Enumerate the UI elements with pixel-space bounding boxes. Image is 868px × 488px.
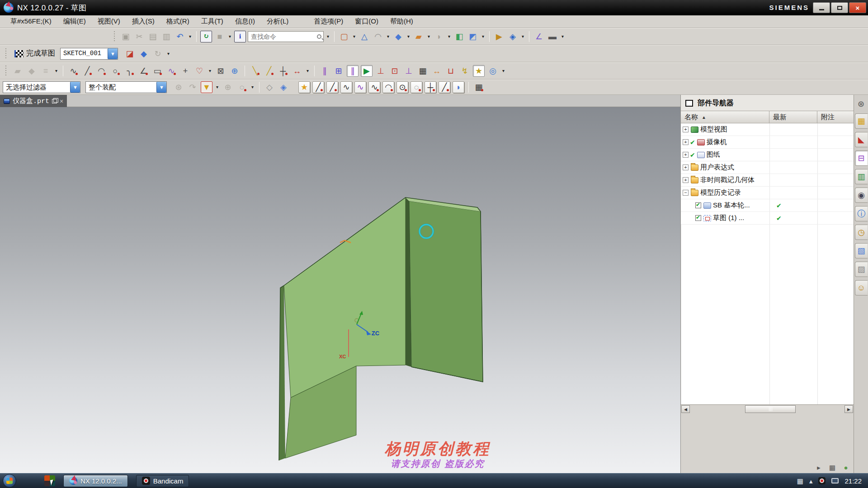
mid-point-icon[interactable]: ╱ <box>326 81 338 93</box>
sketch-name-combo[interactable]: SKETCH_001 ▼ <box>60 48 118 60</box>
select-style-dropdown[interactable]: ▾ <box>250 84 255 89</box>
tree-row[interactable]: +非时间戳记几何体 <box>681 174 854 187</box>
revolve-dropdown[interactable]: ▾ <box>447 34 452 39</box>
revolve-gray-icon[interactable]: ◆ <box>26 65 38 77</box>
pattern-curve-icon[interactable]: ⊔ <box>445 65 457 77</box>
highlight-dropdown[interactable]: ▾ <box>215 84 220 89</box>
soft-keyboard-icon[interactable]: ▦ <box>827 462 837 472</box>
rect-select-icon[interactable]: ◌ <box>236 81 248 93</box>
column-header-note[interactable]: 附注 <box>817 111 854 123</box>
save-icon[interactable]: ▣ <box>120 31 132 42</box>
finish-sketch-button[interactable]: 完成草图 <box>12 48 58 59</box>
assembly-navigator-icon[interactable]: ▦ <box>855 113 868 129</box>
restore-view-icon[interactable] <box>52 99 57 103</box>
selection-scope-dropdown[interactable]: ▼ <box>156 82 166 93</box>
block-dropdown[interactable]: ▾ <box>406 34 411 39</box>
make-corner-icon[interactable]: ┼ <box>277 65 289 77</box>
quadrant-point-icon[interactable]: ◠ <box>382 81 394 93</box>
tree-row[interactable]: SB 基本轮...✔ <box>681 199 854 212</box>
display-tray-icon[interactable] <box>831 478 839 483</box>
profile-icon[interactable]: ∿ <box>67 65 79 77</box>
constraints-dropdown[interactable]: ▾ <box>501 68 506 73</box>
fillet-icon[interactable]: ╮ <box>123 65 135 77</box>
enable-snap-icon[interactable]: ★ <box>298 81 310 93</box>
rotate-point-icon[interactable]: ⊕ <box>222 81 234 93</box>
close-part-icon[interactable]: × <box>60 98 63 104</box>
rotate-view-icon[interactable]: ↻ <box>152 48 164 60</box>
navigator-h-scrollbar[interactable]: ◀ ▶ <box>681 404 854 413</box>
spline-point-icon[interactable]: ∿ <box>368 81 380 93</box>
offset-curve-icon[interactable]: ♡ <box>193 65 205 77</box>
quick-extend-icon[interactable]: ╱ <box>263 65 275 77</box>
extrude-gray-icon[interactable]: ▰ <box>12 65 24 77</box>
tree-row[interactable]: +✔图纸 <box>681 149 854 161</box>
circle-icon[interactable]: ○ <box>109 65 121 77</box>
expand-toggle[interactable]: + <box>683 139 689 145</box>
gear-icon[interactable]: ⊛ <box>855 98 867 110</box>
undo-dropdown[interactable]: ▾ <box>188 34 193 39</box>
point-icon[interactable]: + <box>179 65 191 77</box>
menu-item[interactable]: 视图(V) <box>92 16 126 27</box>
dimension-dropdown[interactable]: ▾ <box>305 68 310 73</box>
boolean-dropdown[interactable]: ▾ <box>481 34 486 39</box>
selection-back-icon[interactable]: ↷ <box>187 81 198 93</box>
input-keyboard-icon[interactable]: ▦ <box>797 478 803 484</box>
feature-checkbox[interactable] <box>695 215 701 221</box>
process-studio-icon[interactable]: ▧ <box>855 243 868 258</box>
animate-dimension-icon[interactable]: ▦ <box>417 65 429 77</box>
feature-dropdown[interactable]: ▾ <box>54 68 59 73</box>
window-icon[interactable]: ▢ <box>338 31 350 42</box>
indicator-icon[interactable]: ● <box>841 462 851 472</box>
point-on-face-icon[interactable]: ◗ <box>453 81 464 93</box>
alternate-solution-icon[interactable]: ◎ <box>487 65 499 77</box>
model-main-face[interactable] <box>284 197 406 398</box>
show-hide-dropdown[interactable]: ▾ <box>520 34 525 39</box>
search-dropdown[interactable]: ▾ <box>326 34 330 39</box>
dimension-box-icon[interactable]: ⊞ <box>333 65 344 77</box>
studio-spline-icon[interactable]: ∿ <box>165 65 177 77</box>
menu-item[interactable]: 插入(S) <box>126 16 160 27</box>
chamfer-icon[interactable]: ∠ <box>137 65 149 77</box>
column-header-name[interactable]: 名称 ▲ <box>681 111 769 123</box>
column-header-latest[interactable]: 最新 <box>769 111 817 123</box>
show-hide-icon[interactable]: ◈ <box>507 31 519 42</box>
selection-scope-combo[interactable]: 整个装配 ▼ <box>85 81 167 93</box>
datum-dropdown[interactable]: ▾ <box>386 34 391 39</box>
constraint-wand-icon[interactable]: ★ <box>473 65 485 77</box>
bandicam-tray-icon[interactable] <box>818 477 826 484</box>
shaded-cube-icon[interactable]: ◆ <box>138 48 150 60</box>
subtract-icon[interactable]: ◩ <box>467 31 479 42</box>
tree-row[interactable]: +用户表达式 <box>681 161 854 174</box>
copy-icon[interactable]: ▤ <box>147 31 159 42</box>
sketch-display-dropdown[interactable]: ▾ <box>166 51 171 56</box>
point-on-line-icon[interactable]: ╱ <box>439 81 450 93</box>
model-3d[interactable] <box>0 107 680 473</box>
minimize-button[interactable] <box>813 2 830 13</box>
grid-snap-icon[interactable]: ▦ <box>473 81 485 93</box>
menu-item[interactable]: 工具(T) <box>195 16 229 27</box>
shaded-box-icon[interactable]: ◇ <box>264 81 275 93</box>
paste-icon[interactable]: ▥ <box>160 31 172 42</box>
taskbar-button-nx[interactable]: NX 12.0.0.2... <box>63 475 128 487</box>
arc-icon[interactable]: ◠ <box>95 65 107 77</box>
part-tab[interactable]: 仪器盒.prt × <box>0 95 67 107</box>
object-display-icon[interactable]: ■ <box>214 31 226 42</box>
undo-icon[interactable]: ↶ <box>174 31 186 42</box>
taskbar-button-bandicam[interactable]: Bandicam <box>136 475 189 487</box>
unite-icon[interactable]: ◧ <box>453 31 465 42</box>
menu-item[interactable]: 信息(I) <box>229 16 261 27</box>
expand-toggle[interactable]: + <box>683 177 689 183</box>
existing-point-icon[interactable]: ┼ <box>425 81 436 93</box>
sketch-task-icon[interactable]: △ <box>359 31 370 42</box>
graphics-viewport[interactable]: ZC XC 杨明原创教程 请支持原创 盗版必究 <box>0 107 680 473</box>
sketch-name-dropdown[interactable]: ▼ <box>108 48 118 59</box>
quick-extend-blue-icon[interactable]: ⊕ <box>229 65 241 77</box>
extrude-dropdown[interactable]: ▾ <box>426 34 431 39</box>
line-width-icon[interactable]: ▬ <box>547 31 558 42</box>
menu-item[interactable]: 首选项(P) <box>308 16 349 27</box>
scale-dimension-icon[interactable]: ↔ <box>431 65 443 77</box>
offset-dropdown[interactable]: ▾ <box>208 68 212 73</box>
cut-icon[interactable]: ✂ <box>133 31 145 42</box>
highlight-filter-icon[interactable]: ▼ <box>201 81 212 93</box>
orient-to-sketch-icon[interactable]: ◪ <box>124 48 136 60</box>
